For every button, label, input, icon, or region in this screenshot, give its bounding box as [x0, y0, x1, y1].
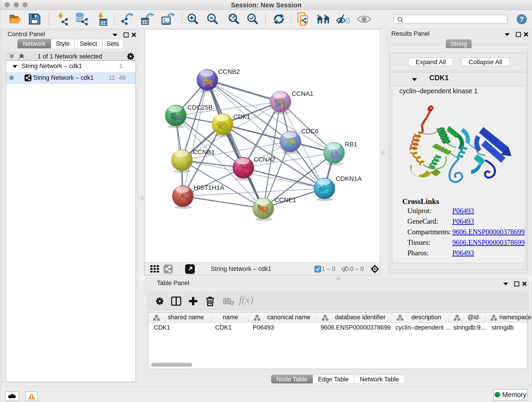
svg-text:CCNB2: CCNB2 — [218, 68, 240, 75]
svg-text:CCNB1: CCNB1 — [193, 148, 215, 156]
svg-text:CDK1: CDK1 — [233, 113, 250, 120]
svg-text:CCNE1: CCNE1 — [274, 196, 296, 204]
svg-text:CCNA1: CCNA1 — [292, 90, 313, 97]
svg-text:RB1: RB1 — [345, 141, 357, 148]
svg-text:CDKN1A: CDKN1A — [336, 175, 362, 182]
svg-text:?: ? — [519, 15, 524, 23]
svg-text:CDC6: CDC6 — [301, 128, 318, 135]
svg-text:CCNA2: CCNA2 — [254, 156, 275, 163]
svg-text:CDC25B: CDC25B — [187, 104, 213, 111]
svg-text:HIST1H1A: HIST1H1A — [194, 184, 224, 191]
